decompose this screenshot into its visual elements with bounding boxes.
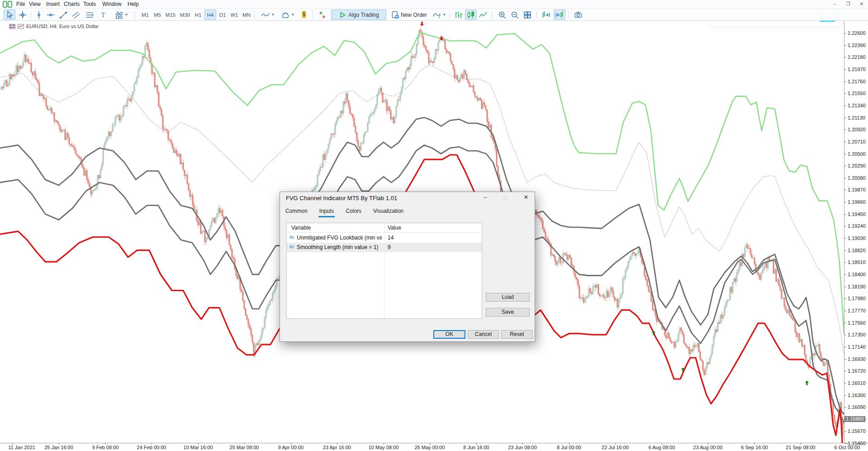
ok-button[interactable]: OK	[433, 330, 465, 339]
dialog-title-bar[interactable]: FVG Channel Indicator MT5 By TFlab 1.01 …	[280, 192, 535, 204]
bar-chart-mode[interactable]	[453, 10, 464, 20]
window-close-button[interactable]: ✕	[857, 0, 866, 7]
timeframe-mn[interactable]: MN	[241, 10, 252, 20]
indicators-menu[interactable]: ▼	[259, 10, 277, 20]
dialog-close-button[interactable]: ✕	[518, 192, 534, 203]
dialog-tab-visualization[interactable]: Visualization	[372, 206, 404, 217]
price-label: 1.15670	[848, 428, 868, 434]
zoom-out-button-icon	[510, 10, 519, 19]
price-label: 1.16720	[848, 368, 868, 374]
crosshair-tool[interactable]	[17, 10, 28, 20]
timeframe-m5[interactable]: M5	[152, 10, 163, 20]
variable-name: Unmitigated FVG Lookback (min value ...	[297, 235, 382, 241]
cursor-tool[interactable]	[4, 10, 15, 20]
chart-shift-button[interactable]	[540, 10, 552, 20]
shapes-tool[interactable]: ▼	[111, 10, 131, 20]
menu-view[interactable]: View	[26, 0, 43, 9]
price-tick	[844, 57, 846, 58]
chart-mini-icon	[18, 24, 24, 29]
price-label: 1.20290	[848, 163, 868, 168]
trendline-tool[interactable]	[58, 10, 69, 20]
horizontal-line-tool[interactable]	[45, 10, 56, 20]
new-order-button[interactable]: New Order	[389, 10, 429, 20]
time-label: 8 Jun 16:00	[455, 445, 498, 450]
variable-value[interactable]: 9	[388, 244, 391, 250]
time-label: 24 Feb 00:00	[130, 445, 173, 450]
price-tick	[844, 202, 846, 202]
candle-chart-mode[interactable]	[465, 10, 477, 20]
menu-help[interactable]: Help	[125, 0, 142, 9]
load-button[interactable]: Load	[486, 293, 530, 302]
zoom-out-button[interactable]	[509, 10, 520, 20]
zoom-in-button[interactable]	[497, 10, 508, 20]
timeframe-m15[interactable]: M15	[164, 10, 177, 20]
indicator-curve-menu[interactable]: f▼	[431, 10, 448, 20]
algo-trading-button-icon	[338, 10, 347, 19]
price-label: 1.17560	[848, 320, 868, 326]
window-minimize-button[interactable]: –	[830, 0, 839, 7]
price-label: 1.20710	[848, 139, 868, 144]
screenshot-button[interactable]	[572, 10, 584, 20]
price-label: 1.17350	[848, 332, 868, 337]
auto-scroll-button[interactable]	[554, 10, 565, 20]
svg-text:f: f	[439, 14, 441, 19]
channel-tool[interactable]	[71, 10, 81, 20]
currency-icon[interactable]: $	[299, 10, 309, 20]
table-header: Variable Value	[287, 223, 482, 233]
time-label: 10 May 08:00	[362, 445, 405, 450]
cancel-button[interactable]: Cancel	[468, 330, 499, 339]
input-row-2[interactable]: 01Smoothing Length (min value = 1)9	[287, 243, 482, 252]
price-label: 1.17770	[848, 308, 868, 313]
menu-file[interactable]: File	[14, 0, 28, 9]
mt5-window: FileViewInsertChartsToolsWindowHelp – ❐ …	[0, 0, 868, 451]
dialog-maximize-button[interactable]: □	[498, 192, 513, 203]
save-button[interactable]: Save	[486, 308, 530, 317]
line-chart-mode-icon	[479, 10, 488, 19]
time-label: 22 Jul 16:00	[593, 445, 637, 450]
dialog-tab-common[interactable]: Common	[285, 206, 308, 217]
reset-button[interactable]: Reset	[501, 330, 533, 339]
price-tick	[844, 250, 846, 251]
timeframe-h1[interactable]: H1	[193, 10, 204, 20]
text-tool[interactable]: T	[98, 10, 109, 20]
buy-sell-arrows-icon[interactable]	[317, 10, 328, 20]
time-label: 6 Oct 00:00	[825, 445, 868, 450]
price-label: 1.21970	[848, 67, 868, 72]
tile-windows-button[interactable]	[522, 10, 533, 20]
price-label: 1.18610	[848, 259, 868, 265]
price-tick	[844, 106, 846, 106]
menu-charts[interactable]: Charts	[61, 0, 82, 9]
shapes-tool-icon	[114, 10, 123, 19]
timeframe-w1[interactable]: W1	[229, 10, 240, 20]
price-label: 1.17980	[848, 296, 868, 301]
window-restore-button[interactable]: ❐	[844, 0, 853, 7]
objects-menu[interactable]: ▼	[279, 10, 297, 20]
fibonacci-tool[interactable]	[84, 10, 95, 20]
inputs-table: Variable Value 01Unmitigated FVG Lookbac…	[286, 223, 482, 319]
vertical-line-tool[interactable]	[33, 10, 44, 20]
price-tick	[844, 287, 846, 287]
price-tick	[844, 45, 846, 46]
dialog-minimize-button[interactable]: –	[478, 192, 493, 203]
dialog-tab-inputs[interactable]: Inputs	[318, 206, 335, 217]
bar-chart-mode-icon	[454, 10, 463, 19]
timeframe-h4[interactable]: H4	[204, 10, 216, 20]
integer-input-icon: 01	[289, 235, 294, 240]
resize-grip[interactable]: ⋰	[529, 336, 534, 341]
menu-bar: FileViewInsertChartsToolsWindowHelp – ❐ …	[0, 0, 868, 9]
menu-tools[interactable]: Tools	[81, 0, 99, 9]
line-chart-mode[interactable]	[478, 10, 489, 20]
input-row-1[interactable]: 01Unmitigated FVG Lookback (min value ..…	[287, 233, 482, 243]
dialog-tab-colors[interactable]: Colors	[345, 206, 362, 217]
algo-trading-button[interactable]: Algo Trading	[331, 10, 386, 20]
menu-window[interactable]: Window	[100, 0, 124, 9]
variable-value[interactable]: 14	[388, 235, 394, 241]
price-tick	[844, 226, 846, 226]
text-tool-icon: T	[99, 10, 108, 19]
timeframe-d1[interactable]: D1	[217, 10, 228, 20]
price-tick	[844, 142, 846, 142]
menu-insert[interactable]: Insert	[43, 0, 62, 9]
timeframe-m30[interactable]: M30	[178, 10, 192, 20]
timeframe-m1[interactable]: M1	[139, 10, 151, 20]
price-tick	[844, 178, 846, 178]
